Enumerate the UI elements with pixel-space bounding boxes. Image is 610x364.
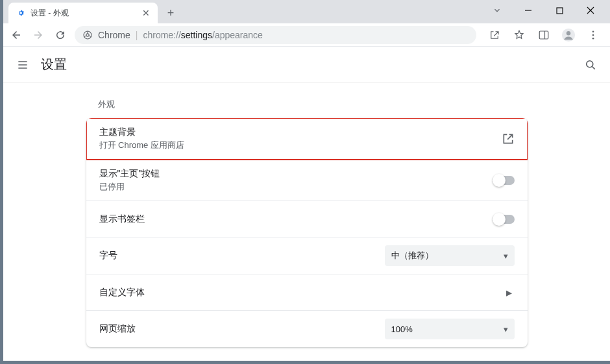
- svg-point-2: [86, 33, 89, 36]
- share-icon[interactable]: [487, 27, 502, 43]
- settings-header: 设置: [3, 47, 610, 83]
- page-title: 设置: [41, 56, 583, 73]
- row-font-size: 字号 中（推荐） ▾: [86, 237, 528, 274]
- svg-rect-3: [539, 31, 548, 39]
- chevron-down-icon[interactable]: [488, 1, 506, 19]
- separator: |: [136, 30, 138, 40]
- row-label: 主题背景: [99, 127, 502, 138]
- svg-point-8: [592, 37, 594, 39]
- svg-point-7: [592, 34, 594, 36]
- toggle-bookmarks-bar[interactable]: [493, 215, 515, 224]
- row-label: 显示书签栏: [99, 213, 493, 225]
- close-icon[interactable]: ✕: [141, 8, 151, 18]
- forward-icon[interactable]: [30, 27, 46, 43]
- row-page-zoom: 网页缩放 100% ▾: [86, 310, 528, 347]
- tab-strip: 设置 - 外观 ✕ +: [3, 0, 610, 23]
- chevron-right-icon: ▸: [506, 285, 515, 300]
- window-controls: [488, 0, 610, 21]
- select-value: 100%: [391, 324, 413, 334]
- reload-icon[interactable]: [53, 27, 68, 43]
- toggle-home-button[interactable]: [493, 176, 515, 185]
- row-sublabel: 已停用: [99, 181, 493, 193]
- svg-point-6: [592, 30, 594, 32]
- origin-label: Chrome: [98, 30, 130, 40]
- url-text: chrome://settings/appearance: [143, 30, 262, 40]
- back-icon[interactable]: [8, 27, 24, 43]
- browser-tab[interactable]: 设置 - 外观 ✕: [8, 3, 158, 23]
- select-font-size[interactable]: 中（推荐） ▾: [385, 245, 515, 266]
- maximize-icon[interactable]: [550, 1, 568, 19]
- caret-down-icon: ▾: [504, 324, 508, 334]
- row-home-button: 显示"主页"按钮 已停用: [86, 160, 528, 200]
- external-link-icon: [502, 132, 515, 145]
- address-bar[interactable]: Chrome | chrome://settings/appearance: [75, 26, 476, 44]
- row-label: 显示"主页"按钮: [99, 168, 493, 180]
- svg-point-9: [587, 60, 593, 67]
- tab-title: 设置 - 外观: [30, 8, 136, 19]
- kebab-menu-icon[interactable]: [585, 27, 601, 43]
- gear-icon: [15, 8, 25, 18]
- row-bookmarks-bar: 显示书签栏: [86, 200, 528, 237]
- toolbar: Chrome | chrome://settings/appearance: [3, 23, 610, 47]
- chrome-product-icon: [82, 30, 93, 40]
- svg-point-5: [567, 31, 570, 35]
- section-label: 外观: [98, 99, 528, 110]
- search-icon[interactable]: [583, 57, 598, 73]
- side-panel-icon[interactable]: [536, 27, 552, 43]
- select-value: 中（推荐）: [391, 250, 433, 261]
- bookmark-star-icon[interactable]: [511, 27, 527, 43]
- window-close-icon[interactable]: [581, 1, 600, 19]
- row-theme[interactable]: 主题背景 打开 Chrome 应用商店: [86, 118, 528, 160]
- row-custom-fonts[interactable]: 自定义字体 ▸: [86, 274, 528, 310]
- hamburger-icon[interactable]: [15, 57, 30, 73]
- svg-rect-0: [557, 8, 563, 14]
- row-sublabel: 打开 Chrome 应用商店: [99, 140, 502, 151]
- new-tab-button[interactable]: +: [162, 4, 180, 22]
- row-label: 网页缩放: [99, 323, 385, 335]
- minimize-icon[interactable]: [519, 1, 537, 19]
- appearance-card: 主题背景 打开 Chrome 应用商店 显示"主页"按钮 已停用 显示书签栏: [86, 118, 528, 347]
- profile-icon[interactable]: [561, 27, 576, 43]
- select-page-zoom[interactable]: 100% ▾: [385, 319, 515, 339]
- row-label: 自定义字体: [99, 287, 506, 298]
- caret-down-icon: ▾: [504, 251, 508, 261]
- settings-content: 外观 主题背景 打开 Chrome 应用商店 显示"主页"按钮 已停用 显示书签…: [3, 83, 610, 347]
- row-label: 字号: [99, 250, 385, 261]
